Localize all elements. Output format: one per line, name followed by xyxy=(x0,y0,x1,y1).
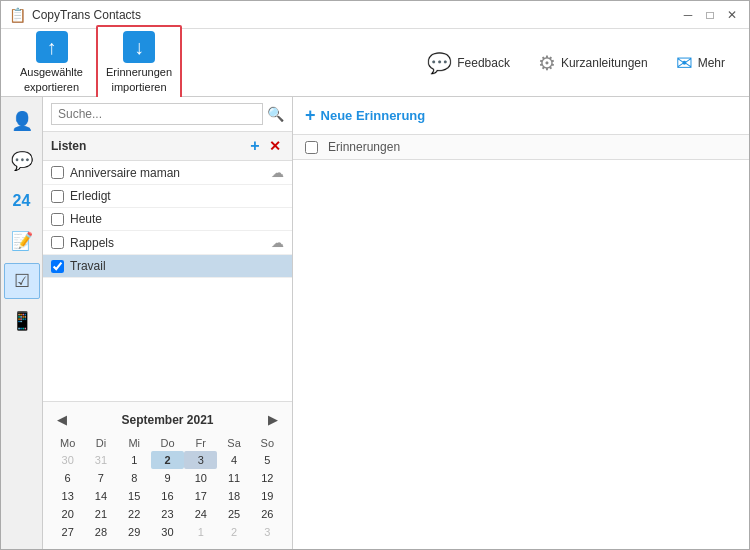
cal-day[interactable]: 14 xyxy=(84,487,117,505)
left-panel: 🔍 Listen + ✕ xyxy=(43,97,293,549)
sidebar-messages-icon[interactable]: 💬 xyxy=(4,143,40,179)
cal-day[interactable]: 13 xyxy=(51,487,84,505)
cal-day[interactable]: 1 xyxy=(184,523,217,541)
maximize-button[interactable]: □ xyxy=(701,6,719,24)
list-item-selected[interactable]: Travail xyxy=(43,255,292,278)
import-label: Erinnerungen importieren xyxy=(106,65,172,94)
cal-day[interactable]: 24 xyxy=(184,505,217,523)
close-button[interactable]: ✕ xyxy=(723,6,741,24)
cal-day[interactable]: 3 xyxy=(251,523,284,541)
search-input[interactable] xyxy=(51,103,263,125)
cal-day[interactable]: 18 xyxy=(217,487,250,505)
list-item-checkbox-4[interactable] xyxy=(51,260,64,273)
cal-day[interactable]: 8 xyxy=(118,469,151,487)
list-item-checkbox-2[interactable] xyxy=(51,213,64,226)
cal-day[interactable]: 23 xyxy=(151,505,184,523)
delete-list-button[interactable]: ✕ xyxy=(266,137,284,155)
minimize-button[interactable]: ─ xyxy=(679,6,697,24)
sidebar-reminders-icon[interactable]: ☑ xyxy=(4,263,40,299)
search-icon: 🔍 xyxy=(267,106,284,122)
calendar-next-button[interactable]: ▶ xyxy=(262,410,284,429)
cal-day[interactable]: 2 xyxy=(217,523,250,541)
feedback-icon: 💬 xyxy=(427,51,452,75)
cal-day[interactable]: 7 xyxy=(84,469,117,487)
cal-day[interactable]: 11 xyxy=(217,469,250,487)
calendar-grid: Mo Di Mi Do Fr Sa So 3031123456789101112… xyxy=(51,435,284,541)
list-item-checkbox-3[interactable] xyxy=(51,236,64,249)
cal-day[interactable]: 27 xyxy=(51,523,84,541)
cal-day[interactable]: 28 xyxy=(84,523,117,541)
more-icon: ✉ xyxy=(676,51,693,75)
cal-day[interactable]: 25 xyxy=(217,505,250,523)
cal-day-header-di: Di xyxy=(84,435,117,451)
add-list-button[interactable]: + xyxy=(246,137,264,155)
app-icon: 📋 xyxy=(9,7,26,23)
list-item-checkbox-0[interactable] xyxy=(51,166,64,179)
content-toolbar: + Neue Erinnerung xyxy=(293,97,749,135)
cal-day[interactable]: 19 xyxy=(251,487,284,505)
feedback-button[interactable]: 💬 Feedback xyxy=(421,47,516,79)
list-item[interactable]: Rappels ☁ xyxy=(43,231,292,255)
sidebar-contacts-icon[interactable]: 👤 xyxy=(4,103,40,139)
calendar-prev-button[interactable]: ◀ xyxy=(51,410,73,429)
list-item[interactable]: Heute xyxy=(43,208,292,231)
calendar-header: ◀ September 2021 ▶ xyxy=(51,410,284,429)
more-button[interactable]: ✉ Mehr xyxy=(670,47,731,79)
cal-day[interactable]: 30 xyxy=(51,451,84,469)
cal-day[interactable]: 5 xyxy=(251,451,284,469)
search-button[interactable]: 🔍 xyxy=(267,106,284,122)
toolbar: ↑ Ausgewählte exportieren ↓ Erinnerungen… xyxy=(1,29,749,97)
cal-day[interactable]: 20 xyxy=(51,505,84,523)
app-window: 📋 CopyTrans Contacts ─ □ ✕ ↑ Ausgewählte… xyxy=(0,0,750,550)
list-section: Listen + ✕ Anniversaire maman ☁ xyxy=(43,132,292,401)
title-bar-left: 📋 CopyTrans Contacts xyxy=(9,7,141,23)
calendar-section: ◀ September 2021 ▶ Mo Di Mi Do Fr Sa So xyxy=(43,401,292,549)
cal-day[interactable]: 6 xyxy=(51,469,84,487)
main-area: 👤 💬 24 📝 ☑ 📱 🔍 xyxy=(1,97,749,549)
cal-day[interactable]: 12 xyxy=(251,469,284,487)
content-area: + Neue Erinnerung Erinnerungen xyxy=(293,97,749,549)
cal-day[interactable]: 31 xyxy=(84,451,117,469)
cal-day[interactable]: 10 xyxy=(184,469,217,487)
import-button[interactable]: ↓ Erinnerungen importieren xyxy=(96,25,182,100)
cal-day[interactable]: 2 xyxy=(151,451,184,469)
cal-day[interactable]: 4 xyxy=(217,451,250,469)
sidebar-notes-icon[interactable]: 📝 xyxy=(4,223,40,259)
cal-day-header-do: Do xyxy=(151,435,184,451)
list-item-label-3: Rappels xyxy=(70,236,114,250)
reminder-list-header: Erinnerungen xyxy=(293,135,749,160)
export-button[interactable]: ↑ Ausgewählte exportieren xyxy=(11,26,92,99)
cal-day[interactable]: 16 xyxy=(151,487,184,505)
reminder-select-all-checkbox[interactable] xyxy=(305,141,318,154)
cal-day[interactable]: 22 xyxy=(118,505,151,523)
cal-day[interactable]: 30 xyxy=(151,523,184,541)
cal-day[interactable]: 29 xyxy=(118,523,151,541)
cal-day[interactable]: 15 xyxy=(118,487,151,505)
reminder-col-label: Erinnerungen xyxy=(328,140,400,154)
quickguide-button[interactable]: ⚙ Kurzanleitungen xyxy=(532,47,654,79)
cal-day[interactable]: 26 xyxy=(251,505,284,523)
export-icon: ↑ xyxy=(36,31,68,63)
feedback-label: Feedback xyxy=(457,56,510,70)
phone-icon: 📱 xyxy=(11,310,33,332)
list-item-label-1: Erledigt xyxy=(70,189,111,203)
calendar-icon: 24 xyxy=(13,192,31,210)
new-reminder-button[interactable]: + Neue Erinnerung xyxy=(305,105,425,126)
cal-day[interactable]: 9 xyxy=(151,469,184,487)
sidebar-calendar-icon[interactable]: 24 xyxy=(4,183,40,219)
list-item[interactable]: Anniversaire maman ☁ xyxy=(43,161,292,185)
import-icon: ↓ xyxy=(123,31,155,63)
list-item-label-2: Heute xyxy=(70,212,102,226)
list-item-label-4: Travail xyxy=(70,259,106,273)
cal-day[interactable]: 1 xyxy=(118,451,151,469)
sidebar-phone-icon[interactable]: 📱 xyxy=(4,303,40,339)
cal-day-header-mo: Mo xyxy=(51,435,84,451)
contacts-icon: 👤 xyxy=(11,110,33,132)
list-item-checkbox-1[interactable] xyxy=(51,190,64,203)
app-title: CopyTrans Contacts xyxy=(32,8,141,22)
cal-day[interactable]: 17 xyxy=(184,487,217,505)
list-item-label-0: Anniversaire maman xyxy=(70,166,180,180)
cal-day[interactable]: 3 xyxy=(184,451,217,469)
list-item[interactable]: Erledigt xyxy=(43,185,292,208)
cal-day[interactable]: 21 xyxy=(84,505,117,523)
